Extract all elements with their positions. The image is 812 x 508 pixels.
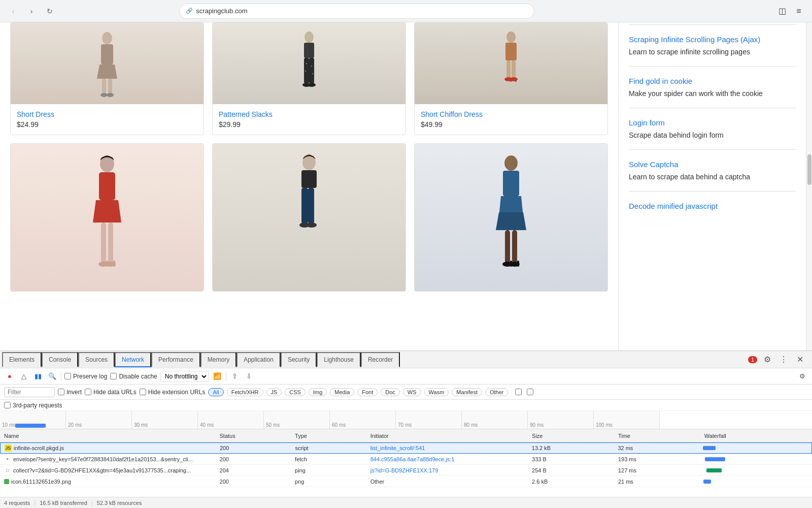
sidebar-link-2[interactable]: Find gold in cookie xyxy=(629,77,796,85)
row3-initiator[interactable]: js?id=G-BD9ZHFE1XX:179 xyxy=(368,467,530,473)
svg-rect-37 xyxy=(308,188,314,224)
filter-input[interactable] xyxy=(4,387,55,397)
preserve-log-label[interactable]: Preserve log xyxy=(64,373,107,380)
devtools-panel: Elements Console Sources Network Perform… xyxy=(0,351,812,508)
tab-performance[interactable]: Performance xyxy=(151,352,200,367)
tab-security[interactable]: Security xyxy=(281,352,317,367)
record-button[interactable]: ● xyxy=(4,371,15,382)
chip-other[interactable]: Other xyxy=(485,388,509,396)
scrollbar-thumb[interactable] xyxy=(807,154,811,185)
chip-manifest[interactable]: Manifest xyxy=(452,388,482,396)
tab-application[interactable]: Application xyxy=(236,352,281,367)
hide-ext-urls-checkbox[interactable] xyxy=(140,389,146,395)
product-name-2[interactable]: Patterned Slacks xyxy=(219,110,399,118)
svg-point-0 xyxy=(102,32,112,44)
product-card-3[interactable]: Short Chiffon Dress $49.99 xyxy=(414,22,608,135)
chip-css[interactable]: CSS xyxy=(285,388,306,396)
row2-type: fetch xyxy=(293,456,368,462)
back-button[interactable]: ‹ xyxy=(6,4,20,18)
sidebar-link-5[interactable]: Decode minified javascript xyxy=(629,202,796,210)
status-resources: 52.3 kB resources xyxy=(97,500,142,506)
status-transferred: 16.5 kB transferred xyxy=(40,500,87,506)
sidebar-desc-2: Make your spider can work with the cooki… xyxy=(629,89,796,98)
row1-name-text: infinite-scroll.pkgd.js xyxy=(14,445,64,451)
extensions-button[interactable]: ◫ xyxy=(775,4,790,18)
chip-wasm[interactable]: Wasm xyxy=(424,388,449,396)
status-requests: 4 requests xyxy=(4,500,30,506)
close-devtools-button[interactable]: ✕ xyxy=(794,354,806,366)
tab-recorder[interactable]: Recorder xyxy=(361,352,400,367)
row2-initiator[interactable]: 844.c955a86a.8ae7a88d9ece.js:1 xyxy=(368,456,530,462)
more-options-button[interactable]: ⋮ xyxy=(777,354,790,366)
tab-elements[interactable]: Elements xyxy=(2,352,42,367)
product-info-3: Short Chiffon Dress $49.99 xyxy=(415,104,607,135)
product-image-3 xyxy=(415,23,607,104)
svg-point-16 xyxy=(308,83,316,87)
hide-data-urls-checkbox[interactable] xyxy=(85,389,91,395)
product-card-5[interactable] xyxy=(212,143,406,292)
search-button[interactable]: 🔍 xyxy=(47,371,58,382)
product-card-2[interactable]: Patterned Slacks $29.99 xyxy=(212,22,406,135)
sidebar-link-4[interactable]: Solve Captcha xyxy=(629,160,796,169)
blocked-requests-label[interactable] xyxy=(527,389,535,395)
blocked-requests-checkbox[interactable] xyxy=(527,389,533,395)
reload-button[interactable]: ↻ xyxy=(43,4,57,18)
chip-all[interactable]: All xyxy=(208,388,223,396)
blocked-response-cookies-label[interactable] xyxy=(515,389,524,395)
hide-ext-urls-text: Hide extension URLs xyxy=(148,389,206,396)
throttle-wifi-button[interactable]: 📶 xyxy=(212,371,223,382)
clear-button[interactable]: △ xyxy=(18,371,29,382)
right-scrollbar[interactable] xyxy=(806,22,812,351)
chip-ws[interactable]: WS xyxy=(403,388,421,396)
chip-media[interactable]: Media xyxy=(330,388,354,396)
product-card-4[interactable] xyxy=(10,143,204,292)
tab-lighthouse[interactable]: Lighthouse xyxy=(317,352,361,367)
hide-data-urls-label[interactable]: Hide data URLs xyxy=(85,389,137,396)
chip-fetch-xhr[interactable]: Fetch/XHR xyxy=(227,388,263,396)
table-row-3[interactable]: □ collect?v=2&tid=G-BD9ZHFE1XX&gtm=45je3… xyxy=(0,465,812,476)
invert-checkbox[interactable] xyxy=(58,389,64,395)
blocked-response-cookies-checkbox[interactable] xyxy=(515,389,522,395)
chip-js[interactable]: JS xyxy=(266,388,282,396)
table-row-4[interactable]: icon.611132651e39.png 200 png Other 2.6 … xyxy=(0,476,812,487)
table-row-2[interactable]: ⚬ envelope/?sentry_key=547e0f728838410da… xyxy=(0,454,812,465)
sidebar-divider-3 xyxy=(629,149,796,150)
tab-network[interactable]: Network xyxy=(115,352,151,367)
network-settings-button[interactable]: ⚙ xyxy=(797,371,808,382)
menu-button[interactable]: ≡ xyxy=(792,4,806,18)
address-bar[interactable]: 🔗 scrapingclub.com xyxy=(179,4,534,19)
table-row-1[interactable]: JS infinite-scroll.pkgd.js 200 script li… xyxy=(0,442,812,454)
forward-button[interactable]: › xyxy=(24,4,39,18)
chip-doc[interactable]: Doc xyxy=(381,388,400,396)
hide-ext-urls-label[interactable]: Hide extension URLs xyxy=(140,389,206,396)
throttle-select[interactable]: No throttling xyxy=(160,371,209,382)
import-har-button[interactable]: ⇧ xyxy=(229,371,241,382)
export-har-button[interactable]: ⇩ xyxy=(244,371,255,382)
product-price-3: $49.99 xyxy=(421,120,601,129)
chip-img[interactable]: Img xyxy=(309,388,327,396)
chip-font[interactable]: Font xyxy=(357,388,378,396)
invert-label[interactable]: Invert xyxy=(58,389,82,396)
preserve-log-checkbox[interactable] xyxy=(64,373,71,379)
tab-memory[interactable]: Memory xyxy=(200,352,236,367)
sidebar-link-3[interactable]: Login form xyxy=(629,118,796,127)
third-party-checkbox[interactable] xyxy=(4,402,11,408)
product-name-3[interactable]: Short Chiffon Dress xyxy=(421,110,601,118)
disable-cache-label[interactable]: Disable cache xyxy=(110,373,157,380)
col-initiator: Initiator xyxy=(368,433,530,439)
third-party-label[interactable]: 3rd-party requests xyxy=(4,402,62,409)
svg-rect-19 xyxy=(506,60,511,78)
product-name-1[interactable]: Short Dress xyxy=(17,110,197,118)
product-card-1[interactable]: Short Dress $24.99 xyxy=(10,22,204,135)
timeline-80ms: 80 ms xyxy=(462,411,528,429)
disable-cache-checkbox[interactable] xyxy=(110,373,117,379)
svg-point-5 xyxy=(100,93,108,97)
sidebar-link-1[interactable]: Scraping Infinite Scrolling Pages (Ajax) xyxy=(629,35,796,44)
filter-toggle-button[interactable]: ▮▮ xyxy=(32,371,44,382)
tab-console[interactable]: Console xyxy=(42,352,78,367)
row1-initiator[interactable]: list_infinite_scroll/:541 xyxy=(368,445,530,451)
tab-sources[interactable]: Sources xyxy=(78,352,115,367)
settings-button[interactable]: ⚙ xyxy=(761,354,773,366)
product-card-6[interactable] xyxy=(414,143,608,292)
col-time: Time xyxy=(616,433,702,439)
